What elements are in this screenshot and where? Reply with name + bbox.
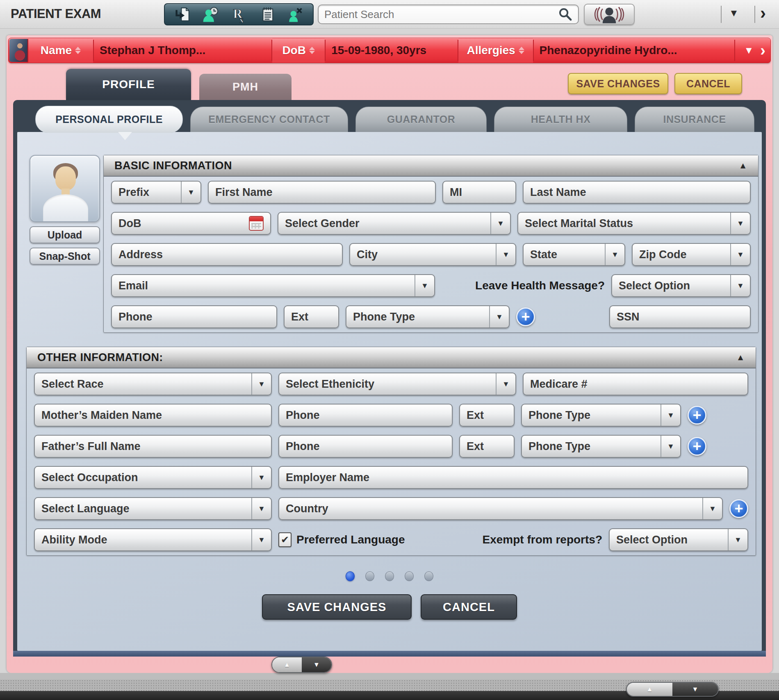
cancel-button[interactable]: CANCEL (421, 594, 517, 620)
scroll-up-icon[interactable]: ▲ (627, 683, 672, 696)
banner-allergies-sort[interactable]: Allergies (458, 38, 533, 63)
chevron-down-icon: ▼ (251, 467, 271, 488)
collapse-section-icon[interactable]: ▲ (736, 352, 745, 362)
transfer-document-button[interactable] (173, 5, 192, 23)
bottom-actions: SAVE CHANGES CANCEL (20, 594, 758, 620)
mother-phone-type-dropdown[interactable]: Phone Type ▼ (521, 404, 681, 427)
prescription-button[interactable]: R x (229, 5, 249, 23)
add-phone-button[interactable]: + (688, 437, 706, 456)
race-dropdown[interactable]: Select Race ▼ (34, 373, 272, 395)
mother-phone-field[interactable]: Phone (278, 404, 453, 427)
window-scroll-toggle[interactable]: ▲ ▼ (626, 682, 719, 697)
page-dot-5[interactable] (424, 571, 433, 581)
patient-history-button[interactable] (201, 5, 221, 23)
country-dropdown[interactable]: Country ▼ (278, 497, 723, 520)
father-phone-field[interactable]: Phone (278, 435, 453, 458)
page-dot-4[interactable] (405, 571, 414, 581)
add-phone-button[interactable]: + (516, 307, 535, 326)
phone-type-dropdown[interactable]: Phone Type ▼ (346, 305, 510, 328)
page-dot-2[interactable] (365, 571, 374, 581)
leave-health-message-dropdown[interactable]: Select Option ▼ (611, 274, 751, 297)
page-dot-3[interactable] (385, 571, 394, 581)
marital-status-dropdown[interactable]: Select Marital Status ▼ (517, 212, 751, 235)
email-field[interactable]: Email ▼ (111, 274, 435, 297)
other-information-section: OTHER INFORMATION: ▲ Select Race ▼ Selec… (26, 347, 756, 556)
magnifier-icon[interactable] (558, 7, 572, 21)
notes-button[interactable] (257, 5, 277, 23)
subtab-emergency-contact[interactable]: EMERGENCY CONTACT (190, 107, 348, 132)
mother-ext-field[interactable]: Ext (459, 404, 515, 427)
ethnicity-dropdown[interactable]: Select Ethenicity ▼ (278, 373, 516, 395)
gender-dropdown[interactable]: Select Gender ▼ (278, 212, 511, 235)
search-input[interactable] (324, 8, 558, 21)
upload-button[interactable]: Upload (30, 226, 100, 243)
chevron-down-icon: ▼ (496, 244, 515, 265)
last-name-field[interactable]: Last Name (523, 181, 751, 204)
save-changes-button-top[interactable]: SAVE CHANGES (568, 73, 668, 94)
chevron-down-icon: ▼ (415, 275, 434, 296)
calendar-icon[interactable] (249, 216, 264, 231)
medicare-field[interactable]: Medicare # (523, 373, 748, 395)
fathers-full-name-field[interactable]: Father’s Full Name (34, 435, 272, 458)
add-country-button[interactable]: + (729, 499, 748, 518)
scroll-up-icon[interactable]: ▲ (272, 657, 302, 672)
chevron-right-icon[interactable]: › (760, 43, 765, 58)
banner-dob-sort[interactable]: DoB (272, 38, 325, 63)
cancel-button-top[interactable]: CANCEL (674, 73, 742, 94)
father-ext-field[interactable]: Ext (459, 435, 515, 458)
chevron-down-icon: ▼ (702, 498, 722, 519)
form-row: Address City ▼ State ▼ Zip Code ▼ (104, 239, 758, 270)
add-phone-button[interactable]: + (688, 406, 706, 425)
city-dropdown[interactable]: City ▼ (349, 243, 516, 266)
state-dropdown[interactable]: State ▼ (523, 243, 625, 266)
announce-patient-button[interactable] (584, 4, 635, 25)
chevron-down-icon: ▼ (489, 306, 509, 327)
banner-name-sort[interactable]: Name (28, 38, 93, 63)
ext-field[interactable]: Ext (284, 305, 339, 328)
panel-scroll-toggle[interactable]: ▲ ▼ (271, 657, 332, 673)
subtab-guarantor[interactable]: GUARANTOR (355, 107, 487, 132)
scroll-down-icon[interactable]: ▼ (302, 657, 331, 672)
occupation-dropdown[interactable]: Select Occupation ▼ (34, 466, 272, 489)
ssn-field[interactable]: SSN (609, 305, 751, 328)
tab-pmh[interactable]: PMH (199, 74, 292, 100)
remove-patient-button[interactable] (286, 5, 305, 23)
bottom-strip (0, 673, 779, 680)
collapse-section-icon[interactable]: ▲ (739, 161, 747, 170)
chevron-down-icon[interactable]: ▼ (740, 43, 758, 58)
phone-field[interactable]: Phone (111, 305, 277, 328)
chevron-down-icon: ▼ (251, 498, 271, 519)
snapshot-button[interactable]: Snap-Shot (30, 248, 100, 265)
form-row: Father’s Full Name Phone Ext Phone Type … (27, 431, 756, 462)
form-row: Select Occupation ▼ Employer Name (27, 462, 756, 493)
preferred-language-checkbox-group[interactable]: ✔ Preferred Language (278, 532, 405, 547)
save-changes-button[interactable]: SAVE CHANGES (262, 594, 412, 620)
father-phone-type-dropdown[interactable]: Phone Type ▼ (521, 435, 681, 458)
exempt-from-reports-dropdown[interactable]: Select Option ▼ (609, 528, 748, 551)
mothers-maiden-name-field[interactable]: Mother’s Maiden Name (34, 404, 272, 427)
subtab-insurance[interactable]: INSURANCE (635, 107, 754, 132)
patient-photo-thumbnail[interactable] (9, 39, 28, 62)
prefix-dropdown[interactable]: Prefix ▼ (111, 181, 201, 204)
language-dropdown[interactable]: Select Language ▼ (34, 497, 272, 520)
subtab-personal-profile[interactable]: PERSONAL PROFILE (35, 106, 183, 133)
chevron-right-icon[interactable]: › (760, 3, 766, 23)
subtab-health-hx[interactable]: HEALTH HX (494, 107, 627, 132)
middle-initial-field[interactable]: MI (442, 181, 516, 204)
patient-banner: Name Stephan J Thomp... DoB 15-09-1980, … (8, 38, 771, 63)
tab-profile[interactable]: PROFILE (66, 69, 191, 100)
zip-code-dropdown[interactable]: Zip Code ▼ (632, 243, 751, 266)
checkbox-checked-icon[interactable]: ✔ (278, 532, 292, 547)
scroll-down-icon[interactable]: ▼ (672, 683, 718, 696)
page-dot-1[interactable] (346, 571, 355, 581)
employer-name-field[interactable]: Employer Name (278, 466, 748, 489)
ability-mode-dropdown[interactable]: Ability Mode ▼ (34, 528, 272, 551)
divider (754, 6, 755, 23)
chevron-down-icon[interactable]: ▼ (729, 7, 739, 19)
chevron-down-icon: ▼ (661, 405, 680, 426)
tab-row: PROFILE PMH SAVE CHANGES CANCEL (7, 63, 772, 100)
first-name-field[interactable]: First Name (208, 181, 436, 204)
top-bar: PATIENT EXAM R (0, 0, 779, 29)
dob-field[interactable]: DoB (111, 212, 271, 235)
address-field[interactable]: Address (111, 243, 343, 266)
